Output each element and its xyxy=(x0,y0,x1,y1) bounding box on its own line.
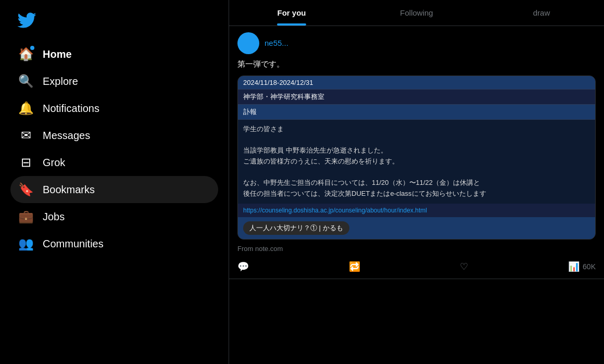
stats-action[interactable]: 📊 60K xyxy=(568,261,596,272)
avatar xyxy=(237,32,259,54)
sidebar-item-label-home: Home xyxy=(43,48,72,60)
sidebar-item-label-communities: Communities xyxy=(43,238,104,250)
reply-action[interactable]: 💬 xyxy=(237,261,249,272)
embed-department: 神学部・神学研究科事務室 xyxy=(238,89,595,104)
embed-dept-row: 神学部・神学研究科事務室 xyxy=(238,89,595,104)
sidebar: 🏠Home🔍Explore🔔Notifications✉Messages⊟Gro… xyxy=(0,0,229,364)
tweet-actions: 💬 🔁 ♡ 📊 60K xyxy=(237,258,596,272)
embed-subject: 訃報 xyxy=(238,104,595,119)
sidebar-item-label-messages: Messages xyxy=(43,130,90,142)
notification-dot xyxy=(30,46,34,50)
tab-draw[interactable]: draw xyxy=(479,0,604,26)
embed-body-spacer xyxy=(243,134,590,145)
embed-body-line-4: なお、中野先生ご担当の科目については、11/20（水）〜11/22（金）は休講と xyxy=(243,178,590,189)
embed-subject-row: 訃報 xyxy=(238,104,595,119)
tweet-meta: ne55... xyxy=(265,39,596,48)
sidebar-item-jobs[interactable]: 💼Jobs xyxy=(10,203,218,230)
embed-date: 2024/11/18-2024/12/31 xyxy=(238,76,595,90)
embed-date-row: 2024/11/18-2024/12/31 xyxy=(238,76,595,90)
sidebar-item-home[interactable]: 🏠Home xyxy=(10,41,218,68)
embed-body-line-5: 後任の担当者については、決定次第DUETまたはe-classにてお知らせいたしま… xyxy=(243,189,590,199)
embed-content: 2024/11/18-2024/12/31 神学部・神学研究科事務室 訃報 学生… xyxy=(238,76,595,240)
embed-link[interactable]: https://counseling.doshisha.ac.jp/counse… xyxy=(238,204,595,217)
tab-following[interactable]: Following xyxy=(354,0,479,26)
embed-table: 2024/11/18-2024/12/31 神学部・神学研究科事務室 訃報 xyxy=(238,76,595,120)
sidebar-item-label-grok: Grok xyxy=(43,157,65,169)
main-content: For you Following draw ne55... 第一弾です。 20… xyxy=(229,0,604,364)
like-icon: ♡ xyxy=(460,261,468,272)
tweet-card: ne55... 第一弾です。 2024/11/18-2024/12/31 神学部… xyxy=(229,26,604,279)
embed-body-spacer2 xyxy=(243,167,590,178)
jobs-icon: 💼 xyxy=(19,209,33,224)
sidebar-item-grok[interactable]: ⊟Grok xyxy=(10,149,218,176)
sidebar-item-messages[interactable]: ✉Messages xyxy=(10,122,218,149)
embed-body: 学生の皆さま 当該学部教員 中野泰治先生が急逝されました。 ご遺族の皆様方のうえ… xyxy=(238,120,595,204)
like-action[interactable]: ♡ xyxy=(460,261,468,272)
sidebar-item-bookmarks[interactable]: 🔖Bookmarks xyxy=(10,176,218,203)
reply-icon: 💬 xyxy=(237,261,249,272)
explore-icon: 🔍 xyxy=(19,74,33,89)
tweet-user-link[interactable]: ne55... xyxy=(265,39,288,47)
tweet-header: ne55... xyxy=(237,32,596,54)
sidebar-item-notifications[interactable]: 🔔Notifications xyxy=(10,95,218,122)
feed: ne55... 第一弾です。 2024/11/18-2024/12/31 神学部… xyxy=(229,26,604,364)
bookmarks-icon: 🔖 xyxy=(19,182,33,197)
tab-for-you[interactable]: For you xyxy=(229,0,354,26)
from-source: From note.com xyxy=(237,245,596,253)
messages-icon: ✉ xyxy=(19,128,33,143)
notifications-icon: 🔔 xyxy=(19,101,33,116)
embed-body-line-3: ご遺族の皆様方のうえに、天来の慰めを祈ります。 xyxy=(243,156,590,167)
grok-icon: ⊟ xyxy=(19,155,33,170)
twitter-logo-icon xyxy=(17,10,36,30)
tab-bar: For you Following draw xyxy=(229,0,604,26)
tweet-embed[interactable]: 2024/11/18-2024/12/31 神学部・神学研究科事務室 訃報 学生… xyxy=(237,76,596,240)
sidebar-nav: 🏠Home🔍Explore🔔Notifications✉Messages⊟Gro… xyxy=(10,41,218,257)
embed-banner-text: 人一人ハ大切ナリ？① | かるも xyxy=(243,221,349,235)
sidebar-item-label-notifications: Notifications xyxy=(43,103,99,115)
sidebar-item-explore[interactable]: 🔍Explore xyxy=(10,68,218,95)
stats-count: 60K xyxy=(583,262,596,271)
sidebar-item-communities[interactable]: 👥Communities xyxy=(10,230,218,257)
embed-banner: 人一人ハ大切ナリ？① | かるも xyxy=(238,217,595,239)
embed-body-line-2: 当該学部教員 中野泰治先生が急逝されました。 xyxy=(243,145,590,156)
retweet-action[interactable]: 🔁 xyxy=(349,261,360,272)
stats-icon: 📊 xyxy=(568,261,580,272)
sidebar-logo[interactable] xyxy=(10,5,218,41)
tweet-text: 第一弾です。 xyxy=(237,58,596,70)
retweet-icon: 🔁 xyxy=(349,261,360,272)
sidebar-item-label-jobs: Jobs xyxy=(43,211,65,223)
sidebar-item-label-explore: Explore xyxy=(43,76,78,87)
communities-icon: 👥 xyxy=(19,236,33,251)
sidebar-item-label-bookmarks: Bookmarks xyxy=(43,184,95,196)
embed-body-line-1: 学生の皆さま xyxy=(243,124,590,135)
